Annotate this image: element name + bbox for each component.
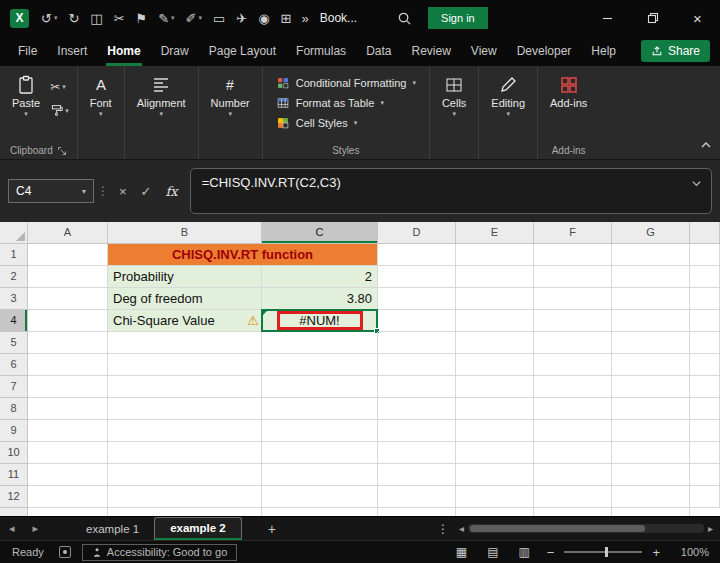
cell-F7[interactable] [534,376,612,398]
ribbon-tab-help[interactable]: Help [581,36,626,66]
ribbon-tab-review[interactable]: Review [401,36,460,66]
cell-F1[interactable] [534,244,612,266]
name-box-caret-icon[interactable]: ▾ [82,187,86,196]
cell-C9[interactable] [262,420,378,442]
cell-D2[interactable] [378,266,456,288]
cell-G10[interactable] [612,442,690,464]
formula-bar-expand-icon[interactable] [691,177,702,192]
ribbon-tab-formulas[interactable]: Formulas [286,36,356,66]
flag-icon[interactable]: ⚑ [131,9,153,28]
ribbon-tab-insert[interactable]: Insert [47,36,97,66]
name-box[interactable]: C4▾ [8,179,94,203]
cell-G2[interactable] [612,266,690,288]
cell-D3[interactable] [378,288,456,310]
cell-E9[interactable] [456,420,534,442]
ribbon-tab-file[interactable]: File [8,36,47,66]
row-header-4[interactable]: 4 [0,310,28,332]
cell-D9[interactable] [378,420,456,442]
cell-F11[interactable] [534,464,612,486]
cell-D11[interactable] [378,464,456,486]
cell-E10[interactable] [456,442,534,464]
cell-G8[interactable] [612,398,690,420]
row-header-6[interactable]: 6 [0,354,28,376]
row-header-10[interactable]: 10 [0,442,28,464]
formula-input[interactable]: =CHISQ.INV.RT(C2,C3) [190,168,712,214]
scroll-left-icon[interactable]: ◂ [455,523,468,534]
cancel-icon[interactable]: × [112,184,134,199]
format-painter-button[interactable]: ▾ [50,104,69,117]
row-header-8[interactable]: 8 [0,398,28,420]
cell-A9[interactable] [28,420,108,442]
column-header-A[interactable]: A [28,222,108,244]
cell-A3[interactable] [28,288,108,310]
editing-button[interactable]: Editing▾ [484,71,532,120]
cell-styles-button[interactable]: Cell Styles▾ [270,113,422,133]
cell-E11[interactable] [456,464,534,486]
cell-C4[interactable]: #NUM! [262,310,378,332]
cell-F6[interactable] [534,354,612,376]
sign-in-button[interactable]: Sign in [428,7,488,29]
cell-B12[interactable] [108,486,262,508]
cell-G5[interactable] [612,332,690,354]
cell-A6[interactable] [28,354,108,376]
cell-G3[interactable] [612,288,690,310]
cell-B7[interactable] [108,376,262,398]
row-header-7[interactable]: 7 [0,376,28,398]
collapse-ribbon-icon[interactable] [700,137,712,155]
cell-G12[interactable] [612,486,690,508]
row-header-11[interactable]: 11 [0,464,28,486]
accessibility-status[interactable]: Accessibility: Good to go [82,544,237,561]
cell-B10[interactable] [108,442,262,464]
cell-F9[interactable] [534,420,612,442]
insert-function-icon[interactable]: fx [159,184,185,199]
restore-button[interactable] [630,0,675,36]
new-sheet-button[interactable]: + [258,521,286,537]
cell-A8[interactable] [28,398,108,420]
cell-F5[interactable] [534,332,612,354]
cell-C3[interactable]: 3.80 [262,288,378,310]
cell-F12[interactable] [534,486,612,508]
row-header-1[interactable]: 1 [0,244,28,266]
cell-F10[interactable] [534,442,612,464]
normal-view-button[interactable]: ▦ [446,545,477,559]
cell-C6[interactable] [262,354,378,376]
cell-B1[interactable]: CHISQ.INV.RT function [108,244,378,266]
zoom-slider-thumb[interactable] [605,547,608,557]
cell-B11[interactable] [108,464,262,486]
column-header-E[interactable]: E [456,222,534,244]
enter-icon[interactable]: ✓ [134,184,159,199]
cell-D4[interactable] [378,310,456,332]
conditional-formatting-button[interactable]: Conditional Formatting▾ [270,73,422,93]
cell-A2[interactable] [28,266,108,288]
zoom-in-button[interactable]: + [645,545,667,560]
cell-G1[interactable] [612,244,690,266]
cell-A5[interactable] [28,332,108,354]
cell-B3[interactable]: Deg of freedom [108,288,262,310]
row-header-9[interactable]: 9 [0,420,28,442]
cell-D5[interactable] [378,332,456,354]
pen-icon[interactable]: ✎▾ [153,9,179,28]
cell-C10[interactable] [262,442,378,464]
camera-icon[interactable]: ◉ [253,9,274,28]
cell-E1[interactable] [456,244,534,266]
cell-F4[interactable] [534,310,612,332]
sheet-tab-example-2[interactable]: example 2 [154,517,242,540]
cell-E8[interactable] [456,398,534,420]
excel-app-icon[interactable]: X [10,9,29,28]
alignment-button[interactable]: Alignment▾ [130,71,193,120]
cell-A7[interactable] [28,376,108,398]
select-all-button[interactable] [0,222,28,244]
clipboard-dialog-launcher-icon[interactable] [57,146,67,156]
zoom-out-button[interactable]: − [540,545,562,560]
table-icon[interactable]: ⊞ [276,9,297,28]
cell-F8[interactable] [534,398,612,420]
cell-A12[interactable] [28,486,108,508]
font-button[interactable]: A Font▾ [83,71,119,120]
cells-button[interactable]: Cells▾ [435,71,473,120]
cell-F2[interactable] [534,266,612,288]
row-header-2[interactable]: 2 [0,266,28,288]
addins-button[interactable]: Add-ins [543,71,594,113]
send-icon[interactable]: ✈ [231,9,252,28]
format-as-table-button[interactable]: Format as Table▾ [270,93,422,113]
macro-record-icon[interactable] [59,546,71,558]
